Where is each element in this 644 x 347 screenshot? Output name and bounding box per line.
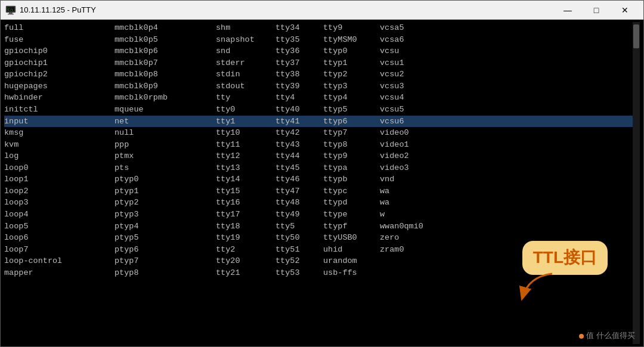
list-item: tty40 — [275, 104, 323, 116]
list-item: tty — [216, 92, 275, 104]
list-item: tty15 — [216, 185, 275, 197]
list-item: vcsu5 — [380, 104, 428, 116]
list-item — [380, 267, 428, 279]
list-item: ttyp4 — [323, 92, 380, 104]
list-item: vcsu6 — [380, 116, 428, 128]
list-item: tty38 — [275, 69, 323, 80]
list-item: loop7 — [4, 244, 114, 256]
list-item: gpiochip1 — [4, 57, 114, 69]
list-item: loop4 — [4, 209, 114, 221]
list-item: tty12 — [216, 150, 275, 162]
list-item: ttyp1 — [323, 57, 380, 69]
minimize-button[interactable]: — — [554, 1, 581, 20]
list-item: mapper — [4, 267, 114, 279]
list-item: mmcblk0p4 — [114, 22, 216, 34]
list-item: ttypd — [323, 197, 380, 209]
list-item: loop1 — [4, 174, 114, 185]
watermark: 值 什么值得买 — [579, 330, 635, 342]
list-item: snapshot — [216, 34, 275, 46]
list-item: tty34 — [275, 22, 323, 34]
close-button[interactable]: ✕ — [611, 1, 639, 20]
list-item: tty10 — [216, 127, 275, 139]
list-item: net — [114, 116, 216, 128]
list-item: video1 — [380, 139, 428, 151]
list-item: tty21 — [216, 267, 275, 279]
list-item: ptyp6 — [114, 244, 216, 256]
list-item: uhid — [323, 244, 380, 256]
list-item: wa — [380, 197, 428, 209]
list-item: loop3 — [4, 197, 114, 209]
table-row: kmsgnulltty10tty42ttyp7video0 — [4, 127, 633, 139]
list-item: ptyp4 — [114, 221, 216, 233]
list-item: tty50 — [275, 232, 323, 244]
list-item: tty2 — [216, 244, 275, 256]
list-item: tty9 — [323, 22, 380, 34]
title-bar-controls: — □ ✕ — [554, 1, 639, 20]
table-row: loop2ptyp1tty15tty47ttypcwa — [4, 185, 633, 197]
list-item: loop2 — [4, 185, 114, 197]
list-item: tty39 — [275, 80, 323, 92]
list-item: loop-control — [4, 255, 114, 267]
list-item: vcsa6 — [380, 34, 428, 46]
table-row: loop5ptyp4tty18tty5ttypfwwan0qmi0 — [4, 221, 633, 233]
list-item: ptyp1 — [114, 185, 216, 197]
list-item: ttype — [323, 209, 380, 221]
list-item: tty49 — [275, 209, 323, 221]
list-item: mmcblk0p6 — [114, 45, 216, 57]
list-item: tty43 — [275, 139, 323, 151]
list-item: tty37 — [275, 57, 323, 69]
list-item: urandom — [323, 255, 380, 267]
list-item: ppp — [114, 139, 216, 151]
terminal[interactable]: fullmmcblk0p4shmtty34tty9vcsa5fusemmcblk… — [1, 20, 643, 346]
list-item: stderr — [216, 57, 275, 69]
table-row: inputnettty1tty41ttyp6vcsu6 — [4, 116, 633, 128]
svg-text:C:\: C:\ — [8, 8, 13, 11]
list-item: pts — [114, 162, 216, 174]
list-item: tty35 — [275, 34, 323, 46]
list-item: tty0 — [216, 104, 275, 116]
list-item: vcsu2 — [380, 69, 428, 80]
list-item: tty16 — [216, 197, 275, 209]
list-item: video3 — [380, 162, 428, 174]
list-item: ttyUSB0 — [323, 232, 380, 244]
list-item: log — [4, 150, 114, 162]
scrollbar-thumb — [633, 24, 639, 48]
list-item: ttyp2 — [323, 69, 380, 80]
list-item: zram0 — [380, 244, 428, 256]
list-item: tty18 — [216, 221, 275, 233]
list-item: snd — [216, 45, 275, 57]
list-item: video2 — [380, 150, 428, 162]
list-item: ttyp6 — [323, 116, 380, 128]
table-row: loop1ptyp0tty14tty46ttypbvnd — [4, 174, 633, 185]
putty-icon: C:\ — [5, 5, 16, 16]
list-item: tty44 — [275, 150, 323, 162]
table-row: fusemmcblk0p5snapshottty35ttyMSM0vcsa6 — [4, 34, 633, 46]
table-row: initctlmqueuetty0tty40ttyp5vcsu5 — [4, 104, 633, 116]
table-row: logptmxtty12tty44ttyp9video2 — [4, 150, 633, 162]
annotation-arrow — [516, 271, 570, 303]
list-item: tty52 — [275, 255, 323, 267]
watermark-dot — [579, 334, 584, 339]
list-item: ttypf — [323, 221, 380, 233]
list-item: ttypa — [323, 162, 380, 174]
title-bar-text: 10.11.11.125 - PuTTY — [20, 5, 550, 14]
list-item: fuse — [4, 34, 114, 46]
list-item: ttyp5 — [323, 104, 380, 116]
list-item: full — [4, 22, 114, 34]
list-item: stdin — [216, 69, 275, 80]
list-item: ttyp3 — [323, 80, 380, 92]
scrollbar[interactable] — [633, 22, 640, 344]
list-item: ttyMSM0 — [323, 34, 380, 46]
maximize-button[interactable]: □ — [583, 1, 610, 20]
svg-rect-3 — [8, 14, 14, 15]
annotation-bubble: TTL接口 — [522, 241, 608, 275]
list-item: gpiochip2 — [4, 69, 114, 80]
list-item: w — [380, 209, 428, 221]
table-row: gpiochip2mmcblk0p8stdintty38ttyp2vcsu2 — [4, 69, 633, 80]
list-item: tty14 — [216, 174, 275, 185]
list-item: ptyp5 — [114, 232, 216, 244]
list-item: usb-ffs — [323, 267, 380, 279]
list-item: vcsu3 — [380, 80, 428, 92]
list-item: ptyp7 — [114, 255, 216, 267]
list-item: mmcblk0rpmb — [114, 92, 216, 104]
